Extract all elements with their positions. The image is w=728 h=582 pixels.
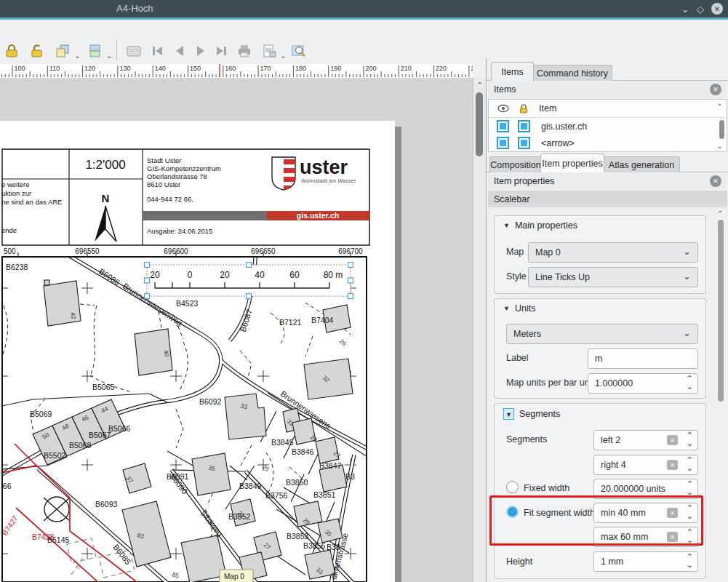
toolbar-separator: [116, 40, 117, 60]
export-image-icon: [260, 42, 278, 60]
map-label: B5069: [30, 410, 52, 418]
style-combobox[interactable]: Line Ticks Up ⌄: [528, 267, 698, 287]
atlas-prev-icon: [171, 42, 188, 60]
toolbar: ⌄ ⌄ ⌄: [0, 20, 728, 64]
align-items-dropdown-icon[interactable]: ⌄: [106, 52, 112, 60]
tab-item-properties[interactable]: Item properties: [540, 154, 604, 172]
tab-composition[interactable]: Composition: [489, 156, 542, 172]
tab-command-history[interactable]: Command history: [532, 65, 612, 81]
units-combobox[interactable]: Meters ⌄: [506, 324, 698, 344]
print-button[interactable]: [234, 40, 255, 62]
canvas-vscroll-thumb[interactable]: [476, 92, 483, 156]
spin-buttons[interactable]: ⌃⌄: [687, 553, 693, 569]
atlas-first-button[interactable]: [147, 40, 167, 62]
window-maximize-icon[interactable]: ◇: [694, 2, 707, 15]
export-dropdown-icon[interactable]: ⌄: [280, 52, 286, 60]
address-line: Stadt Uster: [147, 156, 182, 164]
selection-handle: [247, 294, 252, 299]
group-units: ▼ Units Meters ⌄ Label m Map units per b…: [494, 298, 706, 399]
collapse-triangle-icon[interactable]: ▼: [505, 411, 512, 418]
svg-text:Map 0: Map 0: [224, 573, 244, 581]
page-view: e weitere uktion zur ne sind an das ARE …: [0, 78, 486, 582]
properties-dock-header: Item properties ✕: [488, 173, 726, 189]
clear-icon[interactable]: ✕: [667, 460, 678, 470]
north-label: N: [102, 192, 110, 204]
items-dock-close-icon[interactable]: ✕: [710, 84, 721, 95]
item-visibility-checkbox[interactable]: [497, 120, 509, 132]
spin-buttons[interactable]: ⌃⌄: [687, 375, 693, 391]
map-label: B3756: [265, 491, 288, 500]
scalebar-number: 40: [255, 270, 265, 280]
items-scroll-up-icon[interactable]: ⌃: [717, 103, 723, 111]
map-label: B5067: [89, 431, 111, 439]
scroll-up-icon[interactable]: ⌃: [476, 81, 483, 90]
item-lock-checkbox[interactable]: [518, 137, 530, 149]
spin-buttons[interactable]: ⌃⌄: [687, 456, 693, 472]
tab-atlas-generation[interactable]: Atlas generation: [603, 156, 680, 172]
collapse-triangle-icon[interactable]: ▼: [503, 305, 510, 312]
align-items-button[interactable]: [84, 40, 105, 62]
scalebar-item[interactable]: 20020406080 m: [145, 263, 353, 299]
map-label: B5068: [69, 441, 92, 450]
panel-scroll-up-icon[interactable]: ⌃: [717, 210, 723, 218]
item-row[interactable]: <arrow>: [489, 135, 727, 151]
svg-text:230: 230: [471, 65, 473, 72]
raise-items-dropdown-icon[interactable]: ⌄: [74, 52, 80, 60]
collapse-triangle-icon[interactable]: ▼: [503, 222, 510, 229]
style-label: Style: [506, 271, 527, 282]
zoom-full-icon: [289, 42, 307, 60]
item-visibility-checkbox[interactable]: [497, 137, 509, 149]
scalebar-number: 60: [289, 270, 300, 280]
title-block: e weitere uktion zur ne sind an das ARE …: [1, 149, 369, 245]
items-dock-header: Items ✕: [488, 81, 726, 97]
spin-buttons[interactable]: ⌃⌄: [687, 480, 693, 496]
atlas-prev-button[interactable]: [169, 40, 190, 62]
group-title: Segments: [519, 409, 560, 419]
map-combobox[interactable]: Map 0 ⌄: [528, 242, 698, 263]
items-dock-title: Items: [494, 84, 516, 95]
window-close-icon[interactable]: ✕: [711, 3, 723, 15]
address-line: Oberlandstrasse 78: [147, 172, 207, 180]
fixed-width-radio[interactable]: [506, 481, 519, 493]
properties-dock-close-icon[interactable]: ✕: [710, 175, 721, 187]
svg-text:160: 160: [225, 65, 236, 72]
map-item[interactable]: 500696550696600696650696700: [0, 247, 369, 582]
tab-items[interactable]: Items: [491, 62, 534, 81]
chevron-down-icon: ⌄: [683, 246, 691, 257]
export-image-button[interactable]: [259, 40, 279, 62]
items-vscroll-thumb[interactable]: [719, 120, 724, 139]
segments-left-spinbox[interactable]: left 2 ✕ ⌃⌄: [593, 430, 698, 450]
zoom-full-button[interactable]: [288, 40, 308, 62]
raise-items-button[interactable]: [52, 40, 73, 62]
segments-label: Segments: [506, 434, 547, 445]
phone-line: 044-944 72 66,: [147, 195, 193, 203]
spin-buttons[interactable]: ⌃⌄: [687, 431, 693, 447]
lock-items-button[interactable]: [1, 40, 22, 62]
item-row[interactable]: gis.uster.ch: [489, 118, 727, 135]
items-scroll-down-icon[interactable]: ⌄: [717, 142, 723, 150]
website-banner: gis.uster.ch: [297, 211, 339, 220]
atlas-preview-button[interactable]: [124, 40, 144, 62]
selection-handle: [145, 278, 150, 283]
unit-label-input[interactable]: m: [588, 348, 698, 369]
unlock-items-button[interactable]: [26, 40, 47, 62]
right-panel: Items Command history Items ✕ Item ⌃ gis…: [486, 58, 728, 582]
item-lock-checkbox[interactable]: [518, 120, 530, 132]
height-spinbox[interactable]: 1 mm ⌃⌄: [593, 551, 698, 572]
group-title: Units: [515, 303, 535, 314]
items-table: Item ⌃ gis.uster.ch <arrow> ⌄: [488, 99, 727, 152]
composer-canvas[interactable]: e weitere uktion zur ne sind an das ARE …: [0, 78, 486, 582]
map-units-per-bar-unit-spinbox[interactable]: 1.000000 ⌃⌄: [588, 373, 698, 394]
canvas-vscrollbar[interactable]: ⌃: [473, 78, 486, 582]
clear-icon[interactable]: ✕: [667, 435, 678, 445]
map-label: B7428: [32, 533, 55, 541]
map-label: B3849: [239, 482, 262, 490]
map-label: B3850: [286, 478, 308, 487]
logo-subtext: Wohnstadt am Wasser: [301, 178, 356, 184]
panel-vscroll-thumb[interactable]: [718, 220, 724, 402]
atlas-last-button[interactable]: [212, 40, 232, 62]
item-row-label: gis.uster.ch: [541, 121, 587, 132]
window-shade-icon[interactable]: ⌄: [679, 2, 692, 15]
atlas-next-button[interactable]: [191, 40, 211, 62]
segments-right-spinbox[interactable]: right 4 ✕ ⌃⌄: [593, 455, 698, 475]
